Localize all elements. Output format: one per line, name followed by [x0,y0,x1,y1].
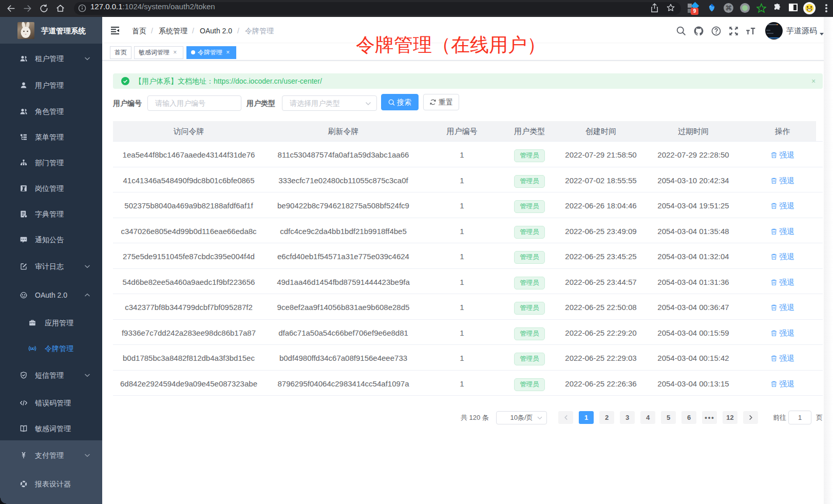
svg-text:A: A [31,347,33,351]
